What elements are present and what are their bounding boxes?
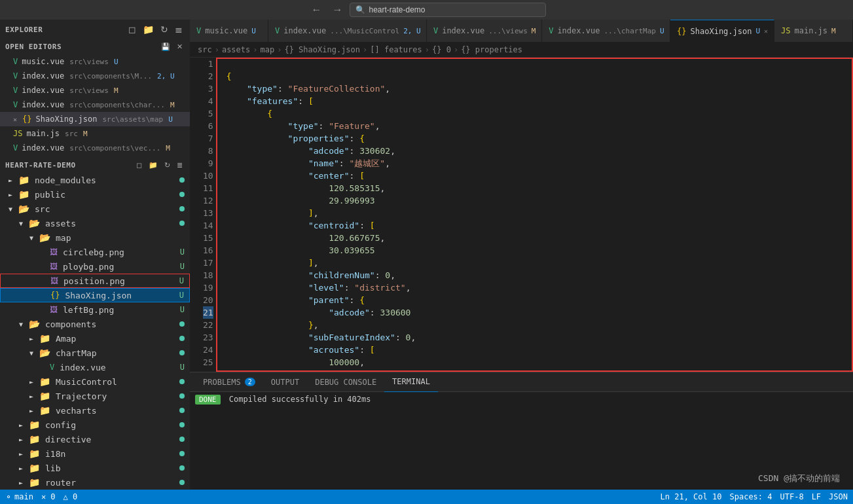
open-editor-item[interactable]: V index.vue src\views M xyxy=(0,83,190,98)
tree-item-src[interactable]: ▼ 📂 src xyxy=(0,202,190,216)
tree-item-leftbg[interactable]: 🖼 leftBg.png U xyxy=(0,302,190,317)
close-all-icon[interactable]: ✕ xyxy=(175,42,185,52)
tab-index-vue-chartmap[interactable]: V index.vue ...\chartMap U xyxy=(542,20,670,43)
tab-index-vue-views[interactable]: V index.vue ...\views M xyxy=(427,20,542,43)
tree-item-index-vue-chartmap[interactable]: V index.vue U xyxy=(0,360,190,374)
tree-item-directive[interactable]: ► 📁 directive xyxy=(0,432,190,446)
tab-music-vue[interactable]: V music.vue U xyxy=(190,20,268,43)
status-u: U xyxy=(180,262,185,271)
tab-main-js[interactable]: JS main.js M xyxy=(774,20,853,43)
tab-terminal[interactable]: TERMINAL xyxy=(384,372,438,392)
folder-icon: 📂 xyxy=(29,218,40,228)
tree-item-trajectory[interactable]: ► 📁 Trajectory xyxy=(0,389,190,403)
tab-label: ShaoXing.json xyxy=(691,27,752,36)
main-layout: EXPLORER ◻ 📁 ↻ ≣ OPEN EDITORS 💾 ✕ xyxy=(0,20,853,490)
project-header[interactable]: HEART-RATE-DEMO ◻ 📁 ↻ ≣ xyxy=(0,158,190,173)
branch-name: main xyxy=(14,492,33,501)
chevron-right-icon: ► xyxy=(5,177,16,184)
file-name: index.vue xyxy=(60,363,105,372)
code-editor[interactable]: 12345 678910 1112131415 1617181920 21 22… xyxy=(190,58,853,372)
tab-shaoxing-json[interactable]: {} ShaoXing.json U ✕ xyxy=(670,20,774,43)
image-icon: 🖼 xyxy=(50,276,58,285)
back-button[interactable]: ← xyxy=(308,3,326,17)
title-bar: ← → 🔍 xyxy=(0,0,853,20)
done-badge: DONE xyxy=(195,395,221,405)
tree-item-amap[interactable]: ► 📁 Amap xyxy=(0,331,190,346)
tree-item-assets[interactable]: ▼ 📂 assets xyxy=(0,216,190,230)
tree-item-components[interactable]: ▼ 📂 components xyxy=(0,317,190,331)
tree-item-circlebg[interactable]: 🖼 circlebg.png U xyxy=(0,245,190,259)
tree-item-node-modules[interactable]: ► 📁 node_modules xyxy=(0,173,190,187)
folder-icon: 📁 xyxy=(29,463,40,473)
tab-label: index.vue xyxy=(283,26,326,35)
problems-badge: 2 xyxy=(245,378,255,386)
editor-file-name: index.vue xyxy=(22,86,64,95)
tree-item-config[interactable]: ► 📁 config xyxy=(0,418,190,432)
tree-item-public[interactable]: ► 📁 public xyxy=(0,187,190,202)
project-section: HEART-RATE-DEMO ◻ 📁 ↻ ≣ ► 📁 node_modules xyxy=(0,158,190,490)
open-editor-item[interactable]: V index.vue src\components\char... M xyxy=(0,98,190,112)
vue-icon: V xyxy=(13,57,18,66)
folder-name: lib xyxy=(45,463,60,473)
dot-indicator xyxy=(179,206,185,211)
tree-item-chartmap[interactable]: ▼ 📂 chartMap xyxy=(0,346,190,360)
open-editor-item[interactable]: V index.vue src\components\M... 2, U xyxy=(0,69,190,83)
breadcrumb-part: map xyxy=(261,45,275,54)
explorer-header[interactable]: EXPLORER ◻ 📁 ↻ ≣ xyxy=(0,20,190,39)
tree-item-shaoxing[interactable]: {} ShaoXing.json U xyxy=(0,288,190,302)
new-file-icon[interactable]: ◻ xyxy=(126,24,138,35)
collapse-icon2[interactable]: ≣ xyxy=(175,160,185,170)
close-icon[interactable]: ✕ xyxy=(13,116,17,123)
chevron-right-icon: ► xyxy=(16,436,26,443)
editor-file-name: ShaoXing.json xyxy=(35,115,97,124)
open-editors-section: OPEN EDITORS 💾 ✕ V music.vue src\views U… xyxy=(0,39,190,155)
open-editors-header[interactable]: OPEN EDITORS 💾 ✕ xyxy=(0,39,190,54)
sidebar: EXPLORER ◻ 📁 ↻ ≣ OPEN EDITORS 💾 ✕ xyxy=(0,20,190,490)
new-folder-icon[interactable]: 📁 xyxy=(141,24,156,35)
tree-item-position[interactable]: 🖼 position.png U xyxy=(0,274,190,288)
refresh-icon[interactable]: ↻ xyxy=(158,24,170,35)
save-all-icon[interactable]: 💾 xyxy=(159,42,172,52)
chevron-down-icon: ▼ xyxy=(26,350,37,357)
folder-icon: 📁 xyxy=(39,333,50,344)
folder-name: public xyxy=(35,190,65,200)
tree-item-vecharts[interactable]: ► 📁 vecharts xyxy=(0,403,190,418)
open-editor-item[interactable]: JS main.js src M xyxy=(0,126,190,141)
tab-index-vue-musiccontrol[interactable]: V index.vue ...\MusicControl 2, U xyxy=(268,20,427,43)
new-folder-icon2[interactable]: 📁 xyxy=(147,160,160,170)
line-numbers: 12345 678910 1112131415 1617181920 21 22… xyxy=(190,58,221,372)
status-u: U xyxy=(180,247,185,257)
search-input[interactable] xyxy=(369,5,540,14)
forward-button[interactable]: → xyxy=(329,3,347,17)
folder-icon: 📁 xyxy=(39,391,50,401)
tab-problems[interactable]: PROBLEMS 2 xyxy=(195,372,263,392)
tab-output[interactable]: OUTPUT xyxy=(263,372,307,392)
chevron-right-icon: ► xyxy=(16,479,26,486)
spaces: Spaces: 4 xyxy=(729,492,772,501)
tree-item-lib[interactable]: ► 📁 lib xyxy=(0,461,190,475)
refresh-icon2[interactable]: ↻ xyxy=(162,160,172,170)
tree-item-musiccontrol[interactable]: ► 📁 MusicControl xyxy=(0,374,190,389)
tree-item-router[interactable]: ► 📁 router xyxy=(0,475,190,490)
vue-icon: V xyxy=(13,143,18,153)
tab-close-icon[interactable]: ✕ xyxy=(764,27,768,35)
open-editor-item[interactable]: V music.vue src\views U xyxy=(0,54,190,69)
chevron-down-icon: ▼ xyxy=(16,220,26,227)
new-file-icon2[interactable]: ◻ xyxy=(134,160,144,170)
tree-item-ploybg[interactable]: 🖼 ploybg.png U xyxy=(0,259,190,274)
editor-file-path: src\components\vec... xyxy=(69,144,160,153)
vue-icon: V xyxy=(275,26,280,35)
tree-item-i18n[interactable]: ► 📁 i18n xyxy=(0,446,190,461)
dot-indicator xyxy=(179,408,185,413)
open-editor-item-active[interactable]: ✕ {} ShaoXing.json src\assets\map U xyxy=(0,112,190,126)
tab-debug-console[interactable]: DEBUG CONSOLE xyxy=(307,372,384,392)
tree-item-map[interactable]: ▼ 📂 map xyxy=(0,230,190,245)
breadcrumb-part: src xyxy=(198,45,212,54)
warnings-count: △ 0 xyxy=(64,492,78,501)
folder-icon: 📁 xyxy=(29,448,40,459)
collapse-icon[interactable]: ≣ xyxy=(173,24,185,35)
search-bar[interactable]: 🔍 xyxy=(350,3,546,17)
code-lines: { "type": "FeatureCollection", "features… xyxy=(221,58,853,372)
explorer-icons: ◻ 📁 ↻ ≣ xyxy=(126,24,185,35)
open-editor-item[interactable]: V index.vue src\components\vec... M xyxy=(0,141,190,155)
